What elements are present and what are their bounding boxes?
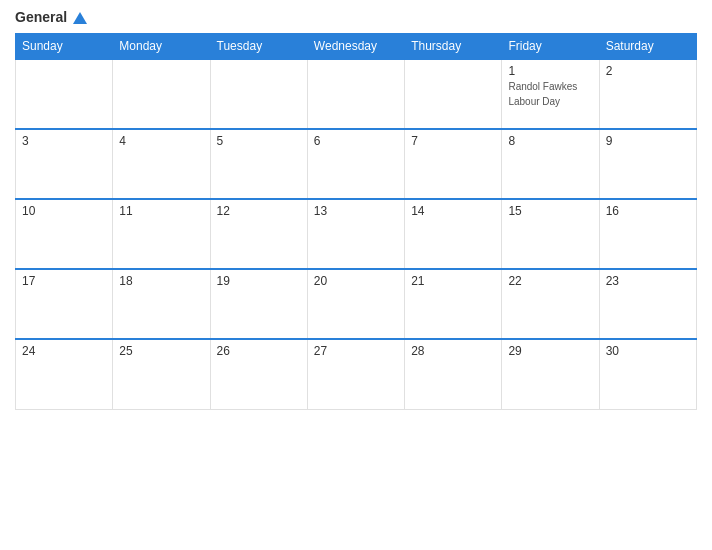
day-number: 12 [217,204,301,218]
day-number: 2 [606,64,690,78]
day-number: 27 [314,344,398,358]
logo-triangle-icon [73,12,87,24]
logo-general: General [15,10,87,25]
day-number: 16 [606,204,690,218]
event-label: Labour Day [508,95,592,108]
calendar-cell: 6 [307,129,404,199]
weekday-header-friday: Friday [502,34,599,60]
day-number: 30 [606,344,690,358]
day-number: 9 [606,134,690,148]
day-number: 15 [508,204,592,218]
calendar-cell: 28 [405,339,502,409]
day-number: 8 [508,134,592,148]
calendar-header: General [15,10,697,25]
week-row-1: 1Randol FawkesLabour Day2 [16,59,697,129]
calendar-cell: 29 [502,339,599,409]
calendar-cell: 8 [502,129,599,199]
week-row-4: 17181920212223 [16,269,697,339]
day-number: 14 [411,204,495,218]
calendar-cell: 9 [599,129,696,199]
calendar-cell: 17 [16,269,113,339]
calendar-cell [405,59,502,129]
week-row-3: 10111213141516 [16,199,697,269]
day-number: 23 [606,274,690,288]
calendar-cell: 27 [307,339,404,409]
day-number: 24 [22,344,106,358]
calendar-cell: 7 [405,129,502,199]
day-number: 18 [119,274,203,288]
calendar-cell: 25 [113,339,210,409]
day-number: 6 [314,134,398,148]
day-number: 29 [508,344,592,358]
calendar-cell [210,59,307,129]
calendar-cell [16,59,113,129]
day-number: 17 [22,274,106,288]
day-number: 28 [411,344,495,358]
weekday-header-tuesday: Tuesday [210,34,307,60]
calendar-cell: 20 [307,269,404,339]
day-number: 25 [119,344,203,358]
logo: General [15,10,87,25]
calendar-cell: 30 [599,339,696,409]
calendar-table: SundayMondayTuesdayWednesdayThursdayFrid… [15,33,697,410]
day-number: 22 [508,274,592,288]
calendar-cell: 4 [113,129,210,199]
calendar-cell: 1Randol FawkesLabour Day [502,59,599,129]
day-number: 1 [508,64,592,78]
weekday-header-sunday: Sunday [16,34,113,60]
calendar-cell: 24 [16,339,113,409]
calendar-cell: 5 [210,129,307,199]
day-number: 20 [314,274,398,288]
day-number: 21 [411,274,495,288]
calendar-cell: 3 [16,129,113,199]
calendar-cell [113,59,210,129]
day-number: 11 [119,204,203,218]
calendar-cell: 13 [307,199,404,269]
calendar-cell: 26 [210,339,307,409]
day-number: 4 [119,134,203,148]
calendar-cell: 16 [599,199,696,269]
day-number: 5 [217,134,301,148]
weekday-header-saturday: Saturday [599,34,696,60]
calendar-cell: 18 [113,269,210,339]
calendar-cell: 2 [599,59,696,129]
calendar-cell: 11 [113,199,210,269]
weekday-header-thursday: Thursday [405,34,502,60]
week-row-5: 24252627282930 [16,339,697,409]
event-label: Randol Fawkes [508,80,592,93]
calendar-cell: 22 [502,269,599,339]
weekday-header-monday: Monday [113,34,210,60]
calendar-cell: 10 [16,199,113,269]
calendar-cell: 15 [502,199,599,269]
day-number: 10 [22,204,106,218]
calendar-cell: 14 [405,199,502,269]
week-row-2: 3456789 [16,129,697,199]
day-number: 26 [217,344,301,358]
calendar-cell: 23 [599,269,696,339]
weekday-header-wednesday: Wednesday [307,34,404,60]
day-number: 3 [22,134,106,148]
calendar-cell: 19 [210,269,307,339]
day-number: 19 [217,274,301,288]
weekday-header-row: SundayMondayTuesdayWednesdayThursdayFrid… [16,34,697,60]
calendar-cell [307,59,404,129]
calendar-cell: 21 [405,269,502,339]
day-number: 7 [411,134,495,148]
calendar-cell: 12 [210,199,307,269]
day-number: 13 [314,204,398,218]
